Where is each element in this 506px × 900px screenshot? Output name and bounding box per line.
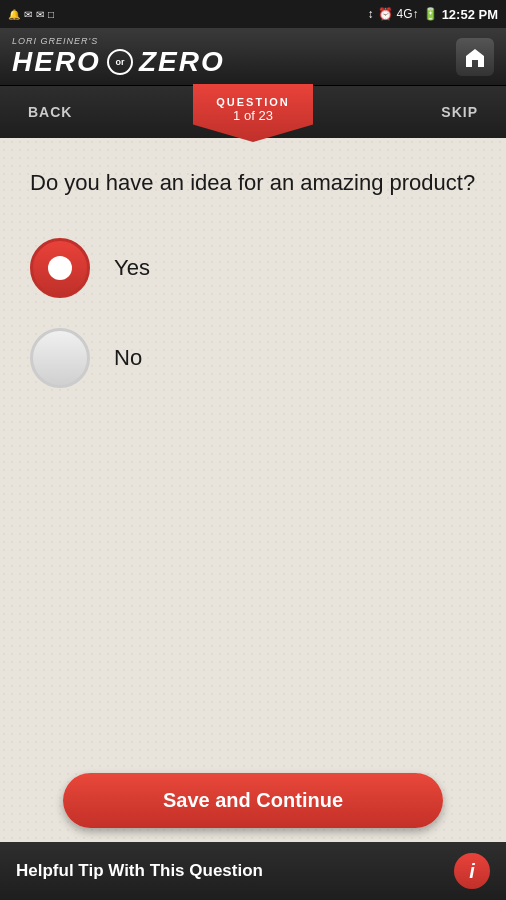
status-bar: 🔔 ✉ ✉ □ ↕ ⏰ 4G↑ 🔋 12:52 PM (0, 0, 506, 28)
tip-bar: Helpful Tip With This Question i (0, 842, 506, 900)
question-label: QUESTION (216, 96, 289, 108)
option-yes[interactable]: Yes (30, 238, 476, 298)
home-button[interactable] (456, 38, 494, 76)
notification-icon: 🔔 (8, 9, 20, 20)
status-icons-right: ↕ ⏰ 4G↑ 🔋 12:52 PM (368, 7, 498, 22)
skip-button[interactable]: SKIP (413, 86, 506, 138)
main-content: Do you have an idea for an amazing produ… (0, 138, 506, 842)
header-title: HERO or ZERO (12, 46, 225, 78)
brand-name: LORI GREINER'S (12, 36, 98, 46)
nav-bar: BACK QUESTION 1 of 23 SKIP (0, 86, 506, 138)
option-no-label: No (114, 345, 142, 371)
question-number: 1 of 23 (233, 108, 273, 123)
options-container: Yes No (30, 238, 476, 388)
title-hero: HERO (12, 46, 101, 78)
title-zero: ZERO (139, 46, 225, 78)
back-button[interactable]: BACK (0, 86, 100, 138)
tip-info-button[interactable]: i (454, 853, 490, 889)
option-yes-label: Yes (114, 255, 150, 281)
radio-yes[interactable] (30, 238, 90, 298)
title-or: or (107, 49, 133, 75)
status-time: 12:52 PM (442, 7, 498, 22)
network-icon: 4G↑ (397, 7, 419, 21)
question-text: Do you have an idea for an amazing produ… (30, 168, 476, 198)
signal-icon: ↕ (368, 7, 374, 21)
battery-icon: 🔋 (423, 7, 438, 21)
tip-text: Helpful Tip With This Question (16, 861, 442, 881)
radio-yes-inner (48, 256, 72, 280)
save-continue-button[interactable]: Save and Continue (63, 773, 443, 828)
app-header: LORI GREINER'S HERO or ZERO (0, 28, 506, 86)
radio-no[interactable] (30, 328, 90, 388)
mail-icon: ✉ (24, 9, 32, 20)
clock-icon: ⏰ (378, 7, 393, 21)
question-badge: QUESTION 1 of 23 (193, 84, 313, 142)
status-icons-left: 🔔 ✉ ✉ □ (8, 9, 54, 20)
home-icon (464, 47, 486, 67)
mail2-icon: ✉ (36, 9, 44, 20)
header-brand: LORI GREINER'S HERO or ZERO (12, 36, 225, 78)
option-no[interactable]: No (30, 328, 476, 388)
save-button-container: Save and Continue (0, 763, 506, 838)
sd-icon: □ (48, 9, 54, 20)
